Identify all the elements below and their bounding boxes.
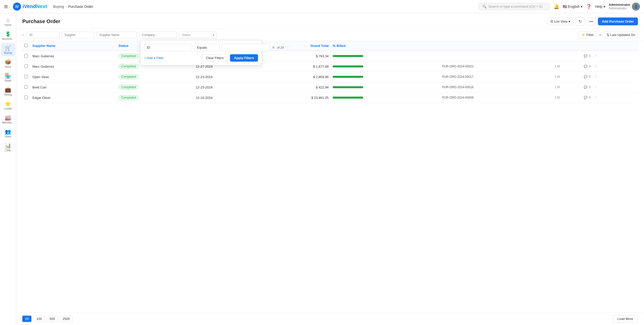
row-checkbox-0 xyxy=(22,51,30,61)
add-purchase-order-button[interactable]: Add Purchase Order xyxy=(598,17,638,25)
help-icon[interactable]: ❓ xyxy=(586,4,592,9)
row-order-id-1: PUR-ORD-2024-00023 xyxy=(440,61,553,72)
comment-icon-2[interactable]: 💬 xyxy=(584,75,588,79)
row-date-3: 12-23-2024 xyxy=(194,82,260,93)
heart-icon-2[interactable]: ♡ xyxy=(595,75,597,79)
status-badge-1: Completed xyxy=(119,64,139,69)
page-size-20[interactable]: 20 xyxy=(22,316,31,322)
row-status-3: Completed xyxy=(116,82,194,93)
filter-button[interactable]: ⚡ Filter xyxy=(578,31,597,38)
page-size-500[interactable]: 500 xyxy=(47,316,58,322)
popup-action-buttons: Clear Filters Apply Filters xyxy=(202,54,258,62)
heart-icon-4[interactable]: ♡ xyxy=(595,96,597,99)
filter-field-input[interactable] xyxy=(144,44,192,51)
heart-icon[interactable]: ♡ xyxy=(286,46,289,50)
row-status-4: Completed xyxy=(116,93,194,103)
breadcrumb-parent[interactable]: Buying xyxy=(53,5,64,9)
col-grand-total: Grand Total xyxy=(260,41,331,51)
help-menu[interactable]: Help ▾ xyxy=(595,5,605,9)
row-select-1[interactable] xyxy=(24,64,28,68)
status-filter-dropdown[interactable]: Status ▾ xyxy=(179,32,217,38)
grid-icon[interactable]: ⊞ xyxy=(4,4,8,9)
logo[interactable]: iV iVendNext xyxy=(13,3,47,11)
separator-dot-4: · xyxy=(592,96,593,99)
sidebar-item-stock[interactable]: 📦 Stock xyxy=(1,57,15,70)
filter-row-close-button[interactable]: ✕ xyxy=(272,45,275,50)
row-supplier-name-4: Edgar Oliver xyxy=(30,93,116,103)
clear-filters-button[interactable]: Clear Filters xyxy=(202,54,228,62)
sidebar-label-accounting: Accounti... xyxy=(2,38,14,40)
supplier-name-filter-input[interactable] xyxy=(96,32,137,38)
buying-icon: 🛒 xyxy=(5,45,11,51)
row-date-2: 12-23-2024 xyxy=(194,72,260,82)
comment-count-1: 0 xyxy=(589,65,591,68)
supplier-filter-input[interactable] xyxy=(62,32,94,38)
row-select-0[interactable] xyxy=(24,54,28,58)
comment-icon-4[interactable]: 💬 xyxy=(584,96,588,99)
row-time-ago-4: 1 M xyxy=(553,93,581,103)
header-actions: ☰ List View ▾ ↻ ••• Add Purchase Order xyxy=(547,17,638,26)
language-selector[interactable]: 🇺🇸 English ▾ xyxy=(563,5,582,9)
page-size-100[interactable]: 100 xyxy=(33,316,45,322)
filter-popup-row: ✕ of 24 ♡ xyxy=(144,44,258,51)
progress-bar-wrap-4 xyxy=(333,97,363,99)
row-select-3[interactable] xyxy=(24,85,28,89)
comment-icon-1[interactable]: 💬 xyxy=(584,65,588,68)
col-time xyxy=(553,41,581,51)
sidebar-item-retail[interactable]: 🏪 Retail xyxy=(1,71,15,84)
sidebar-label-buying: Buying xyxy=(4,51,12,54)
sidebar-item-loyalty[interactable]: ⭐ Loyalty xyxy=(1,99,15,112)
collapse-sidebar-icon[interactable]: ‹ xyxy=(22,33,24,37)
avatar[interactable]: 👤 xyxy=(632,3,640,11)
sidebar-item-home[interactable]: Home xyxy=(1,15,15,28)
list-view-button[interactable]: ☰ List View ▾ xyxy=(547,18,574,25)
id-filter-input[interactable] xyxy=(27,32,60,38)
notifications-icon[interactable]: 🔔 xyxy=(554,4,559,9)
filter-clear-icon[interactable]: ✕ xyxy=(599,33,602,37)
sidebar-label-users: Users xyxy=(5,135,11,138)
sort-button[interactable]: ⇅ Last Updated On xyxy=(604,31,638,38)
row-actions-4: 💬 0 · ♡ xyxy=(582,93,638,103)
breadcrumb: Buying › Purchase Order xyxy=(53,5,93,9)
refresh-button[interactable]: ↻ xyxy=(576,17,584,26)
sidebar-label-retail: Retail xyxy=(5,79,11,82)
row-select-4[interactable] xyxy=(24,96,28,99)
search-bar[interactable]: 🔍 Search or type a command (Ctrl + G) xyxy=(479,3,550,10)
separator-dot-2: · xyxy=(592,75,593,79)
row-actions-3: 💬 0 · ♡ xyxy=(582,82,638,93)
app-body: Home 💲 Accounti... 🛒 Buying 📦 Stock 🏪 Re… xyxy=(0,13,644,325)
sidebar-item-selling[interactable]: 💼 Selling xyxy=(1,85,15,98)
row-select-2[interactable] xyxy=(24,75,28,78)
heart-icon-3[interactable]: ♡ xyxy=(595,85,597,89)
add-filter-button[interactable]: + Add a Filter xyxy=(144,56,164,60)
comment-icon-3[interactable]: 💬 xyxy=(584,85,588,89)
sidebar-item-buying[interactable]: 🛒 Buying xyxy=(1,43,15,56)
row-time-ago-2: 1 M xyxy=(553,72,581,82)
select-all-checkbox[interactable] xyxy=(24,44,28,47)
list-view-chevron: ▾ xyxy=(569,20,570,23)
sidebar-item-manufacturing[interactable]: 🏭 Manufac... xyxy=(1,113,15,126)
filter-value-input[interactable] xyxy=(222,44,270,51)
sidebar-item-users[interactable]: 👥 Users xyxy=(1,127,15,140)
sidebar-item-accounting[interactable]: 💲 Accounti... xyxy=(1,29,15,42)
filter-popup-footer: + Add a Filter Clear Filters Apply Filte… xyxy=(144,54,258,62)
heart-icon-0[interactable]: ♡ xyxy=(595,54,597,58)
row-order-id-4: PUR-ORD-2024-00008 xyxy=(440,93,553,103)
status-badge-4: Completed xyxy=(119,95,139,100)
accounting-icon: 💲 xyxy=(5,31,11,37)
row-billed-0 xyxy=(331,51,440,61)
comment-count-3: 0 xyxy=(589,85,591,89)
more-options-button[interactable]: ••• xyxy=(587,18,596,25)
row-status-2: Completed xyxy=(116,72,194,82)
heart-icon-1[interactable]: ♡ xyxy=(595,65,597,68)
topnav-actions: 🔔 🇺🇸 English ▾ ❓ Help ▾ Administrator Ad… xyxy=(554,3,640,11)
company-filter-input[interactable] xyxy=(139,32,177,38)
filter-operator-input[interactable] xyxy=(194,44,220,51)
row-date-4: 12-10-2024 xyxy=(194,93,260,103)
comment-icon-0[interactable]: 💬 xyxy=(584,54,588,58)
apply-filters-button[interactable]: Apply Filters xyxy=(230,54,258,62)
row-grand-total-0: $ 783.34 xyxy=(260,51,331,61)
sidebar-item-crm[interactable]: 📊 CRM xyxy=(1,140,15,154)
page-size-2500[interactable]: 2500 xyxy=(60,316,73,322)
load-more-button[interactable]: Load More xyxy=(613,315,638,322)
